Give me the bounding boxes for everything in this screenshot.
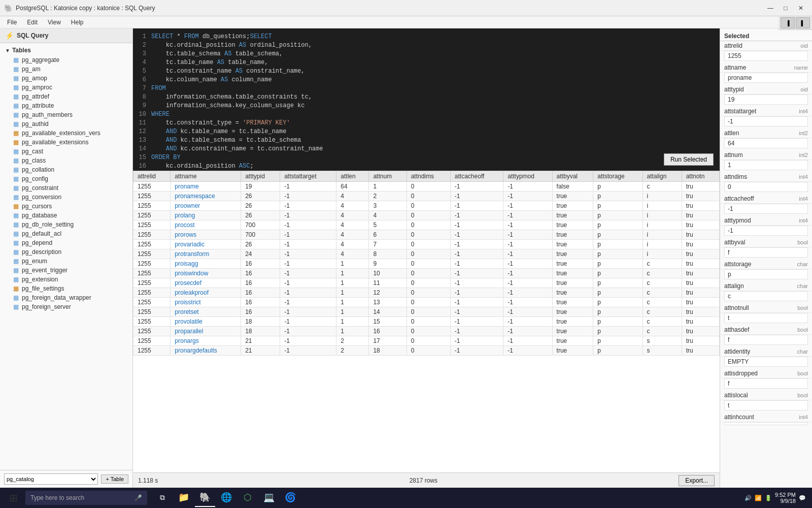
- sidebar-item[interactable]: ▦pg_depend: [0, 238, 132, 247]
- table-cell[interactable]: proparallel: [171, 327, 241, 336]
- table-cell: true: [552, 201, 593, 211]
- export-button[interactable]: Export...: [679, 475, 715, 486]
- start-button[interactable]: ⊞: [2, 489, 24, 507]
- sidebar-item[interactable]: ▦pg_enum: [0, 257, 132, 266]
- sidebar-item[interactable]: ▦pg_event_trigger: [0, 266, 132, 275]
- table-cell[interactable]: procost: [171, 220, 241, 230]
- table-icon: ▦: [13, 139, 19, 146]
- add-table-button[interactable]: + Table: [101, 474, 128, 484]
- sidebar-item[interactable]: ▦pg_database: [0, 211, 132, 220]
- sidebar-item[interactable]: ▦pg_foreign_data_wrapper: [0, 293, 132, 302]
- network-button[interactable]: 🌀: [280, 489, 300, 507]
- panel-left-button[interactable]: ▐: [781, 17, 795, 28]
- menu-help[interactable]: Help: [66, 18, 89, 27]
- sidebar-item[interactable]: ▦pg_description: [0, 247, 132, 257]
- sidebar-item[interactable]: ▦pg_cursors: [0, 202, 132, 211]
- table-cell[interactable]: pronamespace: [171, 192, 241, 201]
- close-button[interactable]: ✕: [794, 3, 808, 14]
- sidebar-item[interactable]: ▦pg_extension: [0, 275, 132, 284]
- table-cell: 1255: [133, 249, 171, 259]
- chrome-button[interactable]: 🌐: [216, 489, 236, 507]
- results-table-wrap[interactable]: attrelidattnameatttypidattstattargetattl…: [133, 171, 720, 472]
- run-selected-button[interactable]: Run Selected: [664, 153, 714, 166]
- explorer-button[interactable]: 📁: [174, 489, 194, 507]
- column-header: attname: [171, 171, 241, 182]
- table-cell[interactable]: proiswindow: [171, 269, 241, 278]
- table-row[interactable]: 1255proowner26-1430-1-1truepitru: [133, 201, 720, 211]
- table-row[interactable]: 1255procost700-1450-1-1truepitru: [133, 220, 720, 230]
- table-row[interactable]: 1255protransform24-1480-1-1truepitru: [133, 249, 720, 259]
- table-cell: true: [552, 278, 593, 288]
- table-row[interactable]: 1255proiswindow16-11100-1-1truepctru: [133, 269, 720, 278]
- sidebar-item[interactable]: ▦pg_amproc: [0, 83, 132, 92]
- minimize-button[interactable]: —: [763, 3, 777, 14]
- table-cell: true: [552, 220, 593, 230]
- sidebar-item[interactable]: ▦pg_authid: [0, 119, 132, 129]
- table-cell[interactable]: prosecdef: [171, 278, 241, 288]
- tables-group[interactable]: ▼ Tables: [0, 45, 132, 55]
- sidebar-item[interactable]: ▦pg_aggregate: [0, 55, 132, 65]
- code-content[interactable]: SELECT * FROM db_questions;SELECT kc.ord…: [151, 33, 720, 171]
- table-cell[interactable]: provariadic: [171, 240, 241, 249]
- table-cell[interactable]: proname: [171, 182, 241, 192]
- sidebar-item[interactable]: ▦pg_am: [0, 65, 132, 74]
- vscode-button[interactable]: 💻: [259, 489, 279, 507]
- table-row[interactable]: 1255prorows700-1460-1-1truepitru: [133, 230, 720, 240]
- table-row[interactable]: 1255provolatile18-11150-1-1truepctru: [133, 317, 720, 327]
- menu-view[interactable]: View: [43, 18, 66, 27]
- table-cell[interactable]: prorows: [171, 230, 241, 240]
- table-cell[interactable]: protransform: [171, 249, 241, 259]
- property-value: 19: [724, 94, 808, 105]
- table-row[interactable]: 1255pronargs21-12170-1-1truepstru: [133, 336, 720, 346]
- table-cell[interactable]: proleakproof: [171, 288, 241, 298]
- table-cell[interactable]: proretset: [171, 307, 241, 317]
- table-row[interactable]: 1255proleakproof16-11120-1-1truepctru: [133, 288, 720, 298]
- sidebar-item[interactable]: ▦pg_available_extension_vers: [0, 129, 132, 138]
- sidebar-item[interactable]: ▦pg_conversion: [0, 193, 132, 202]
- menu-file[interactable]: File: [2, 18, 22, 27]
- maximize-button[interactable]: □: [779, 3, 793, 14]
- table-row[interactable]: 1255prolang26-1440-1-1truepitru: [133, 211, 720, 220]
- sidebar-item[interactable]: ▦pg_db_role_setting: [0, 220, 132, 229]
- database-button[interactable]: ⬡: [238, 489, 258, 507]
- panel-right-button[interactable]: ▌: [796, 17, 810, 28]
- table-row[interactable]: 1255proisstrict16-11130-1-1truepctru: [133, 298, 720, 307]
- sidebar-item[interactable]: ▦pg_default_acl: [0, 229, 132, 238]
- sidebar-item[interactable]: ▦pg_collation: [0, 165, 132, 174]
- query-editor[interactable]: 123456789101112131415161718 SELECT * FRO…: [133, 28, 720, 171]
- sidebar-item[interactable]: ▦pg_foreign_server: [0, 302, 132, 311]
- sidebar-tree[interactable]: ▼ Tables ▦pg_aggregate▦pg_am▦pg_amop▦pg_…: [0, 43, 132, 470]
- table-cell[interactable]: proisstrict: [171, 298, 241, 307]
- sidebar-item[interactable]: ▦pg_available_extensions: [0, 138, 132, 147]
- table-cell[interactable]: provolatile: [171, 317, 241, 327]
- sidebar-item[interactable]: ▦pg_attribute: [0, 101, 132, 110]
- table-row[interactable]: 1255proisagg16-1190-1-1truepctru: [133, 259, 720, 269]
- taskview-button[interactable]: ⧉: [152, 489, 173, 507]
- menu-edit[interactable]: Edit: [22, 18, 43, 27]
- sidebar-item[interactable]: ▦pg_amop: [0, 74, 132, 83]
- sidebar-item[interactable]: ▦pg_constraint: [0, 183, 132, 193]
- table-name: pg_database: [22, 212, 57, 219]
- table-row[interactable]: 1255pronamespace26-1420-1-1truepitru: [133, 192, 720, 201]
- table-row[interactable]: 1255provariadic26-1470-1-1truepitru: [133, 240, 720, 249]
- schema-select[interactable]: pg_catalog: [4, 473, 98, 485]
- table-row[interactable]: 1255pronargdefaults21-12180-1-1truepstru: [133, 346, 720, 356]
- table-cell[interactable]: pronargs: [171, 336, 241, 346]
- table-cell[interactable]: proisagg: [171, 259, 241, 269]
- pgadmin-button[interactable]: 🐘: [195, 489, 215, 507]
- sidebar-item[interactable]: ▦pg_auth_members: [0, 110, 132, 119]
- sidebar-item[interactable]: ▦pg_cast: [0, 147, 132, 156]
- table-cell[interactable]: pronargdefaults: [171, 346, 241, 356]
- table-row[interactable]: 1255proretset16-11140-1-1truepctru: [133, 307, 720, 317]
- table-cell: tru: [682, 327, 719, 336]
- table-row[interactable]: 1255proname19-16410-1-1falsepctru: [133, 182, 720, 192]
- table-cell[interactable]: proowner: [171, 201, 241, 211]
- table-row[interactable]: 1255proparallel18-11160-1-1truepctru: [133, 327, 720, 336]
- search-bar[interactable]: Type here to search 🎤: [25, 491, 147, 505]
- table-row[interactable]: 1255prosecdef16-11110-1-1truepctru: [133, 278, 720, 288]
- sidebar-item[interactable]: ▦pg_file_settings: [0, 284, 132, 293]
- sidebar-item[interactable]: ▦pg_class: [0, 156, 132, 165]
- sidebar-item[interactable]: ▦pg_attrdef: [0, 92, 132, 101]
- sidebar-item[interactable]: ▦pg_config: [0, 174, 132, 183]
- table-cell[interactable]: prolang: [171, 211, 241, 220]
